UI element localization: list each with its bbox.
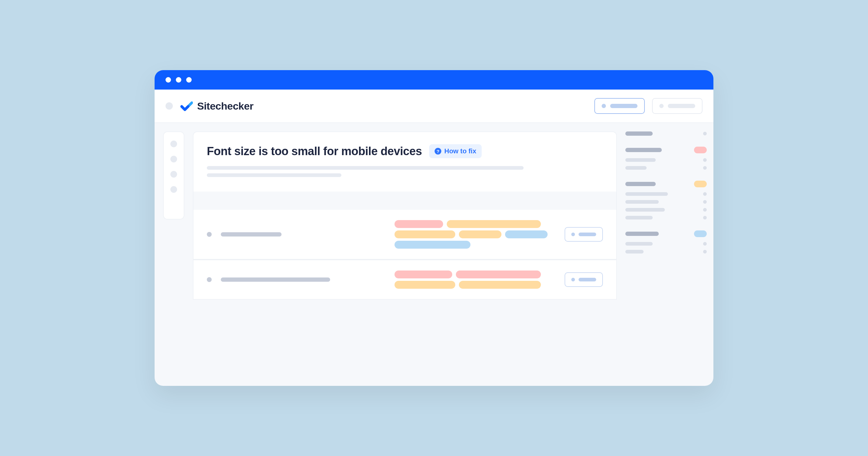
sidebar-item[interactable] (170, 156, 177, 162)
sidebar-item[interactable] (170, 140, 177, 147)
header-button-primary[interactable] (594, 98, 645, 114)
group-heading (625, 182, 656, 186)
tag-pill (459, 230, 501, 238)
summary-group (625, 146, 707, 170)
window-min-dot[interactable] (176, 77, 181, 83)
status-badge (694, 181, 707, 187)
row-bullet (207, 277, 212, 282)
tag-pill (395, 241, 470, 249)
group-item[interactable] (625, 216, 653, 220)
row-url-placeholder (221, 232, 282, 236)
group-count (703, 132, 707, 135)
tag-pill (395, 281, 455, 289)
group-item[interactable] (625, 200, 659, 204)
menu-icon[interactable] (165, 102, 173, 109)
row-url-placeholder (221, 278, 330, 282)
how-to-fix-button[interactable]: ? How to fix (429, 144, 482, 158)
tag-group (395, 220, 556, 249)
group-heading (625, 232, 659, 236)
header-button-secondary[interactable] (652, 98, 703, 114)
sidebar-item[interactable] (170, 186, 177, 193)
question-icon: ? (435, 148, 441, 155)
issue-title: Font size is too small for mobile device… (207, 145, 422, 158)
group-item[interactable] (625, 158, 656, 162)
list-header-gap (193, 192, 617, 210)
group-item[interactable] (625, 208, 665, 211)
group-item[interactable] (625, 192, 668, 196)
tag-pill (505, 230, 548, 238)
body: Font size is too small for mobile device… (155, 123, 713, 386)
how-to-fix-label: How to fix (444, 147, 476, 155)
sidebar-item[interactable] (170, 171, 177, 177)
app-window: Sitechecker Font size is too small for m… (155, 70, 713, 386)
group-item[interactable] (625, 250, 644, 254)
tag-pill (447, 220, 541, 228)
row-action-button[interactable] (565, 272, 603, 287)
summary-group (625, 230, 707, 254)
tag-pill (459, 281, 541, 289)
check-icon (180, 100, 193, 112)
brand-logo[interactable]: Sitechecker (180, 100, 253, 112)
summary-panel (625, 131, 713, 386)
main-area: Font size is too small for mobile device… (193, 131, 713, 386)
tag-pill (395, 220, 443, 228)
group-item[interactable] (625, 166, 647, 170)
group-heading (625, 131, 653, 136)
tag-pill (456, 270, 541, 279)
summary-group (625, 181, 707, 220)
window-max-dot[interactable] (186, 77, 192, 83)
content-column: Font size is too small for mobile device… (193, 131, 617, 386)
row-bullet (207, 232, 212, 237)
group-item[interactable] (625, 242, 653, 246)
group-heading (625, 148, 662, 152)
row-action-button[interactable] (565, 227, 603, 242)
tag-pill (395, 230, 455, 238)
brand-name: Sitechecker (197, 100, 253, 112)
issue-row (193, 260, 617, 300)
status-badge (694, 230, 707, 237)
window-close-dot[interactable] (165, 77, 171, 83)
summary-group (625, 131, 707, 136)
issue-card: Font size is too small for mobile device… (193, 131, 617, 192)
tag-pill (395, 270, 452, 279)
issue-row (193, 210, 617, 260)
top-bar: Sitechecker (155, 90, 713, 123)
description-placeholder (207, 166, 524, 170)
sidebar (163, 131, 184, 220)
tag-group (395, 270, 556, 289)
status-badge (694, 146, 707, 153)
description-placeholder (207, 173, 341, 177)
window-titlebar (155, 70, 713, 90)
